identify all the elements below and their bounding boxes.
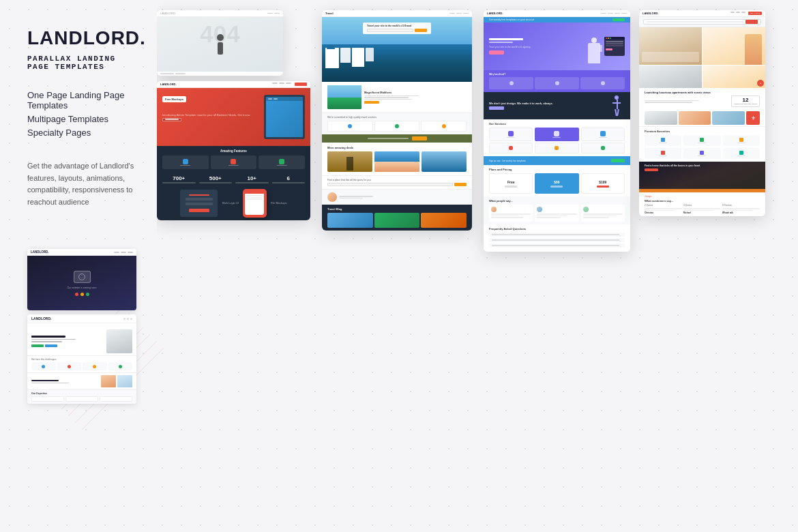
photo-nav-logo: LANDLORD. <box>31 250 49 254</box>
phone-mockup <box>243 189 267 218</box>
feature-list: One Page Landing Page Templates Multipag… <box>27 90 136 141</box>
preview-apartment: LANDLORD. Get In Touch <box>639 10 765 216</box>
stats-section: 700+ 500+ 10+ <box>157 173 310 186</box>
left-preview-photography: LANDLORD. Our website is coming soon <box>27 249 136 310</box>
brand-logo: LANDLORD. <box>27 27 136 49</box>
photo-hero: Our website is coming soon <box>27 256 136 310</box>
features-section: Amazing Features <box>157 146 310 173</box>
preview-404: LANDLORD. 404 <box>157 10 283 76</box>
left-preview-cards: LANDLORD. Our website is coming soon <box>27 249 136 404</box>
feature-item-1: One Page Landing Page Templates <box>27 90 136 110</box>
left-info-panel: LANDLORD. Parallax Landing Page Template… <box>0 0 157 532</box>
phone-screen <box>245 191 264 215</box>
left-preview-business: LANDLORD. <box>27 314 136 404</box>
marketing-hero-section: Introducing Admin Template must for your… <box>157 88 310 146</box>
right-previews: LANDLORD. 404 <box>157 0 798 532</box>
camera-icon <box>74 271 91 283</box>
preview-column-3: Travel <box>322 10 475 525</box>
preview-agency: LANDLORD. Get weekly free templates on y… <box>484 10 630 252</box>
agency-hero: Trust your site to the world's #1 agency <box>484 23 630 70</box>
preview-marketing-admin: LANDLORD. Introducing Admin Template mus… <box>157 81 310 220</box>
preview-column-2: LANDLORD. 404 <box>157 10 314 525</box>
free-mockups-badge: Free Mockups <box>162 96 186 102</box>
feature-item-2: Multipage Templates <box>27 114 136 124</box>
tablet-mockup <box>264 95 305 139</box>
login-form-mockup <box>180 190 218 217</box>
brand-subtitle: Parallax Landing Page Templates <box>27 55 136 71</box>
preview-column-5: LANDLORD. Get In Touch <box>639 10 769 525</box>
biz-nav-logo: LANDLORD. <box>31 316 51 321</box>
pricing-section: Plans and Pricing Free $99 $199 <box>484 165 630 196</box>
testimonials-section: What people say... <box>484 196 630 224</box>
feature-item-3: Specialty Pages <box>27 128 136 138</box>
brand-description: Get the advantage of Landlord's features… <box>27 160 136 208</box>
preview-travel: Travel <box>322 10 472 231</box>
faq-section: Frequently Asked Questions + + + <box>484 224 630 252</box>
preview-column-4: LANDLORD. Get weekly free templates on y… <box>484 10 634 525</box>
login-section: Slick Login UI File Mo <box>157 186 310 220</box>
